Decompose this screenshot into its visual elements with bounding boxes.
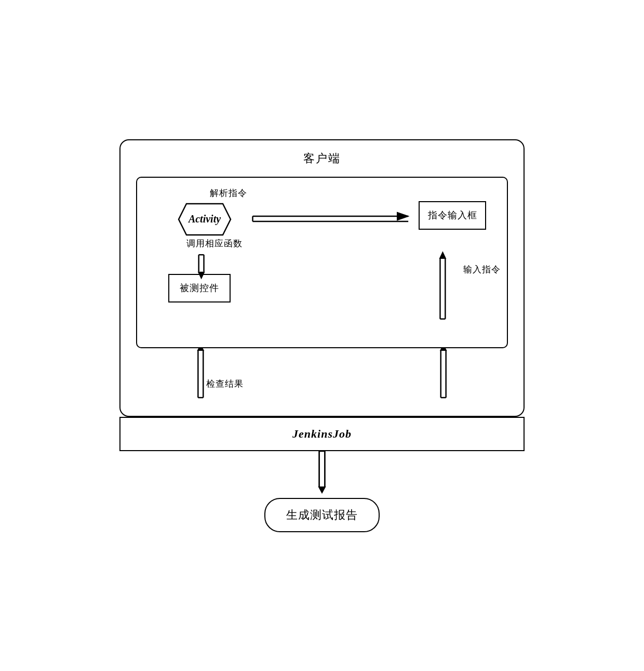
diagram-container: 客户端 解析指令 Activity 指令输入框 调用相应函数 被测控件 输入指令: [119, 139, 525, 532]
svg-marker-27: [318, 486, 326, 494]
client-label: 客户端: [136, 151, 508, 166]
client-box: 客户端 解析指令 Activity 指令输入框 调用相应函数 被测控件 输入指令: [119, 139, 525, 417]
jenkins-to-report-arrow: [119, 451, 525, 498]
svg-marker-23: [440, 348, 447, 351]
activity-label: Activity: [168, 199, 241, 240]
svg-marker-19: [197, 348, 204, 351]
jenkins-box: JenkinsJob: [119, 417, 525, 451]
check-result-label: 检查结果: [206, 378, 244, 390]
inner-box: 解析指令 Activity 指令输入框 调用相应函数 被测控件 输入指令: [136, 177, 508, 348]
input-command-label: 输入指令: [463, 264, 501, 275]
down-arrow-svg: [119, 451, 525, 498]
outside-left-arrow: [136, 348, 508, 400]
parse-arrow-label: 解析指令: [210, 187, 247, 199]
svg-marker-14: [439, 251, 446, 259]
outside-arrows-section: 检查结果: [136, 348, 508, 400]
report-box: 生成测试报告: [264, 498, 380, 532]
command-input-box: 指令输入框: [419, 201, 486, 230]
test-control-box: 被测控件: [168, 274, 231, 302]
